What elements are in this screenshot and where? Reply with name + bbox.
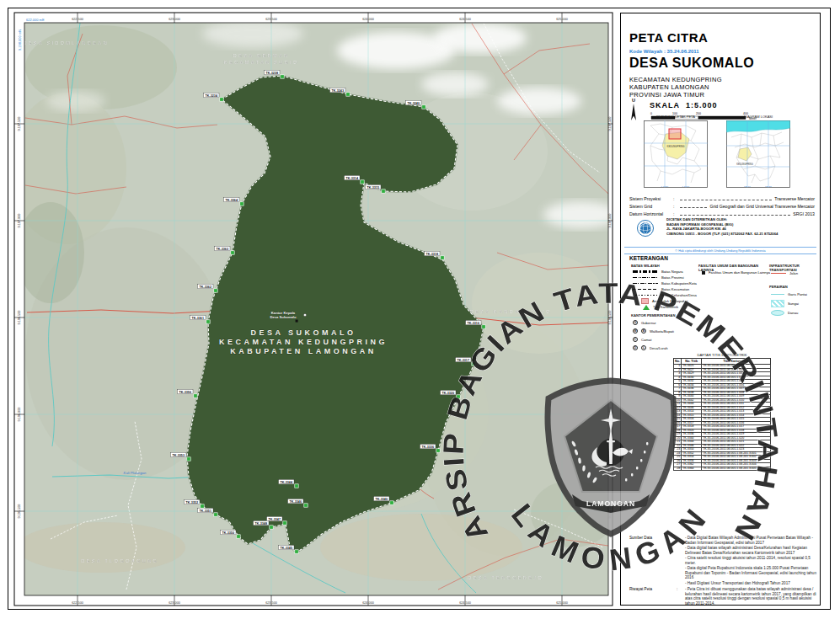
legend-infra-items: Jalan [771,270,820,276]
river-labels: Kali Plalangan [124,471,147,475]
tk-label: TK-3351 [200,510,211,513]
tk-point-icon [436,449,440,452]
legend-item-label: Sungai [788,301,799,306]
tk-point-icon [295,550,298,553]
tk-label: TK-3240 [408,102,420,105]
inset-map-diagram: KEDUNGPRING 112°10' 112°25' [726,120,790,188]
legend-fasum-items: Fasilitas Umum dan Bangunan Lainnya [700,269,773,275]
legend-item-label: Titik Kartometrik [653,305,678,309]
map-type-title: PETA CITRA [629,30,708,45]
projection-label: Sistem Grid [629,204,673,209]
legend-item: Batas Negara [633,269,700,275]
scale-ratio: 1:5.000 [686,101,718,109]
kecamatan-sample-icon [633,289,658,290]
tk-point-icon [283,521,286,525]
source-item: - Data Digital Batas Wilayah Administras… [685,536,816,545]
sungai-sample-icon [771,300,784,307]
negara-sample-icon [633,270,658,272]
tk-point-icon [206,320,210,323]
tk-point-icon [220,98,223,101]
legend-item-label: Desa/Lurah [650,346,668,350]
legend-item: Titik Kartometrik [633,304,700,310]
copyright-note: © Hak cipta dilindungi oleh Undang-Undan… [624,247,816,254]
government-office-icon: B [641,328,646,334]
legend-item: CCamat [633,335,709,344]
tk-point-icon [214,289,217,292]
source-item: - Hasil Digitasi Unsur Transportasi dan … [685,581,816,586]
inset-map-location: KEDUNGPRING 7°07'30" 7°10'00" [644,120,708,188]
legend-item: Batas Kecamatan [633,286,700,292]
tk-label: TK-3234 [206,94,218,98]
projection-row: Sistem Proyeksi:Transverse Mercator [629,194,815,201]
projection-label: Sistem Proyeksi [629,196,673,201]
tk-point-icon [237,535,240,538]
table-cell: TK-3364 [682,467,702,471]
tk-label: TK-3346 [290,500,302,504]
scale-label: SKALA [650,101,680,109]
legend-item-label: Batas Provinsi [661,275,684,280]
publisher-lines: DICETAK DAN DITERBITKAN OLEH:BADAN INFOR… [666,217,778,236]
neighbor-village-label: DESA TLOGOAGUNG [81,558,158,563]
grid-label-right: 9.197.000 [608,214,612,228]
grid-label-bottom: 623.500 [265,601,277,605]
grid-label-top: 624.500 [459,18,471,21]
corner-label-northing: 9.198.000 mN [18,29,22,51]
projection-value: Grid Geografi dan Grid Universal Transve… [709,204,815,209]
tk-label: TK-3316 [468,322,479,325]
fasum-sample-icon [702,271,705,275]
grid-label-left: 9.196.000 [18,408,21,422]
legend-title: KETERANGAN [629,255,668,261]
scale-text: SKALA 1:5.000 [650,101,718,109]
svg-text:7°07'30": 7°07'30" [661,185,669,188]
tk-point-icon [304,504,308,507]
tk-point-icon [390,501,393,504]
tk-point-icon [240,202,243,205]
government-office-icon: C [633,337,638,342]
kecamatan-line: KECAMATAN KEDUNGPRING [629,76,722,83]
legend-item: Area Tidak Bersepakat [633,298,700,304]
tk-label: TK-3363 [217,248,228,251]
tk-point-icon [472,362,475,366]
tk-label: TK-3347 [269,518,281,521]
tk-point-icon [201,504,204,508]
svg-text:KECAMATAN KEDUNGPRING: KECAMATAN KEDUNGPRING [219,338,388,346]
tk-label: TK-3353 [173,454,185,457]
tk-point-icon [482,325,485,328]
neighbor-village-label: DESA GERMAN [233,53,290,58]
inset-right-region-label: KEDUNGPRING [736,163,752,166]
legend-item: Danau [771,308,820,318]
tk-label: TK-3364 [226,199,238,202]
dotted-leader [680,207,707,208]
government-office-icon: W [633,328,638,334]
tk-label: TK-3315 [367,186,379,189]
grid-label-right: 9.196.000 [608,408,612,422]
tk-label: TK-3356 [179,391,191,394]
table-cell: 28 [674,467,682,471]
info-panel: PETA CITRA Kode Wilayah : 35.24.06.2011 … [620,13,821,606]
grid-label-top: 625.000 [556,18,568,21]
svg-text:112°25': 112°25' [765,185,772,188]
desa-sample-icon [633,295,658,296]
tk-label: TK-3344 [281,481,293,484]
village-title: DESA SUKOMALO [629,56,754,71]
projection-info: Sistem Proyeksi:Transverse MercatorSiste… [629,194,815,216]
tk-label: TK-3361 [192,317,204,320]
tk-label: TK-3314 [346,177,359,180]
tk-point-icon [457,395,460,398]
legend-item: Sungai [771,299,820,308]
legend-item-label: Danau [788,311,798,315]
pantai-sample-icon [771,294,784,296]
tk-label: TK-3362 [200,285,211,289]
sources-block: Sumber Data : - Data Digital Batas Wilay… [629,536,816,586]
legend-item: Batas Provinsi [633,275,700,280]
grid-label-bottom: 624.000 [362,601,374,605]
provinsi-line: PROVINSI JAWA TIMUR [629,91,722,99]
legend-item-label: Jalan [789,271,798,275]
table-cell: TK.35.24.06.2011.06.001.1.06.201.3.005 [702,467,771,471]
tk-label: TK-3243 [332,89,344,93]
legend-item-label: Batas Kecamatan [661,287,689,291]
grid-label-top: 623.000 [169,18,180,21]
government-office-icon: D [633,345,638,350]
tk-point-icon [214,513,217,516]
history-block: Riwayat Peta : - Peta Citra ini dibuat m… [629,587,816,606]
